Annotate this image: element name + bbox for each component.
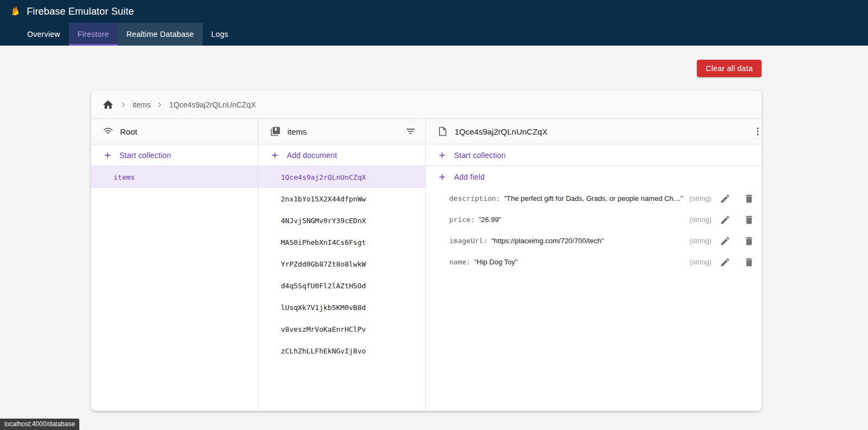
document-list-item[interactable]: 1Qce4s9aj2rQLnUnCZqX <box>259 166 425 188</box>
root-panel-title: Root <box>120 127 137 136</box>
pencil-icon <box>720 257 731 268</box>
edit-field-button[interactable] <box>715 231 735 251</box>
add-field-button[interactable]: Add field <box>426 166 762 188</box>
trash-icon <box>744 193 754 204</box>
document-list-item[interactable]: v8veszMrVoKaEnrHClPv <box>259 318 425 340</box>
add-document-button[interactable]: Add document <box>259 144 425 166</box>
edit-field-button[interactable] <box>715 188 735 209</box>
document-panel: 1Qce4s9aj2rQLnUnCZqX Start collection <box>426 119 762 411</box>
pencil-icon <box>720 236 731 246</box>
collection-panel: items Add document 1Qce4s9aj2rQLnUnCZqX <box>259 119 426 411</box>
firestore-panel-card: items 1Qce4s9aj2rQLnUnCZqX Root <box>91 91 762 411</box>
browser-status-bar: localhost:4000/database <box>0 419 79 430</box>
collection-panel-header: items <box>259 119 425 144</box>
root-panel: Root Start collection items <box>91 119 259 411</box>
clear-all-data-button[interactable]: Clear all data <box>697 60 762 77</box>
kebab-menu-icon <box>752 126 762 137</box>
document-list-item[interactable]: 2nx1bYo15X2X44dfpnWw <box>259 188 425 210</box>
field-key: imageUrl <box>449 237 487 245</box>
page-toolbar: Clear all data <box>91 60 762 77</box>
field-row: name "Hip Dog Toy" (string) <box>426 251 762 273</box>
tab-firestore[interactable]: Firestore <box>69 23 118 46</box>
pencil-icon <box>720 214 731 225</box>
plus-icon <box>103 150 112 160</box>
field-value: "Hip Dog Toy" <box>474 258 518 266</box>
tab-realtime-database[interactable]: Realtime Database <box>118 23 203 46</box>
edit-field-button[interactable] <box>715 252 735 273</box>
trash-icon <box>744 236 754 246</box>
document-list-item[interactable]: lUsqXk7V1jkb5KM0vB8d <box>259 296 425 318</box>
document-list-item[interactable]: MAS0iPhebXnI4Cs6Fsgt <box>259 231 425 253</box>
document-menu-button[interactable] <box>747 121 762 142</box>
breadcrumb: items 1Qce4s9aj2rQLnUnCZqX <box>91 91 762 119</box>
start-collection-button[interactable]: Start collection <box>91 144 258 166</box>
root-icon <box>103 126 114 137</box>
document-list-item[interactable]: 4NJvj5NGMv0rY39cEDnX <box>259 210 425 231</box>
field-value: "https://placeimg.com/720/700/tech" <box>491 237 603 245</box>
plus-icon <box>270 150 280 160</box>
tab-overview[interactable]: Overview <box>18 23 69 46</box>
filter-icon <box>405 126 416 137</box>
start-collection-label: Start collection <box>119 151 171 160</box>
breadcrumb-collection[interactable]: items <box>133 100 150 109</box>
firestore-columns: Root Start collection items ite <box>91 119 762 411</box>
field-type: (string) <box>683 258 711 266</box>
field-actions <box>715 231 759 251</box>
delete-field-button[interactable] <box>739 231 759 251</box>
field-actions <box>715 252 759 273</box>
header-brand: Firebase Emulator Suite <box>0 0 868 23</box>
document-list-item[interactable]: YrPZdd0Gb87Zt8o8lwkW <box>259 253 425 275</box>
edit-field-button[interactable] <box>715 210 735 230</box>
add-field-label: Add field <box>454 173 485 181</box>
home-button[interactable] <box>102 99 114 111</box>
root-panel-header: Root <box>91 119 258 144</box>
field-value: "The perfect gift for Dads, Grads, or pe… <box>504 194 683 203</box>
breadcrumb-document: 1Qce4s9aj2rQLnUnCZqX <box>169 100 256 109</box>
document-panel-header: 1Qce4s9aj2rQLnUnCZqX <box>426 119 762 144</box>
tab-bar: Overview Firestore Realtime Database Log… <box>0 23 868 46</box>
filter-documents-button[interactable] <box>400 121 421 142</box>
field-row: imageUrl "https://placeimg.com/720/700/t… <box>426 230 762 251</box>
trash-icon <box>744 257 754 268</box>
firestore-page: Clear all data items 1Qce4s9aj2rQLnUnCZq… <box>91 46 762 411</box>
document-list-item[interactable]: d4q5SqfU0Fl2lAZtHSOd <box>259 275 425 296</box>
field-key: description <box>449 194 500 203</box>
home-icon <box>102 99 114 111</box>
field-type: (string) <box>683 194 711 203</box>
firebase-logo-icon <box>10 5 22 17</box>
document-list-item[interactable]: zCLhZhLLFhEkNGvIj8vo <box>259 340 425 362</box>
collection-list-item[interactable]: items <box>91 166 258 188</box>
collection-icon <box>270 126 281 137</box>
delete-field-button[interactable] <box>739 210 759 230</box>
delete-field-button[interactable] <box>739 252 759 273</box>
document-icon <box>437 126 448 137</box>
chevron-right-icon <box>155 100 165 110</box>
app-header: Firebase Emulator Suite Overview Firesto… <box>0 0 868 46</box>
start-collection-label: Start collection <box>454 151 506 160</box>
app-title: Firebase Emulator Suite <box>27 6 134 17</box>
pencil-icon <box>720 193 731 204</box>
field-actions <box>715 188 759 209</box>
field-key: name <box>449 258 470 266</box>
plus-icon <box>437 172 447 182</box>
field-key: price <box>449 216 475 224</box>
tab-logs[interactable]: Logs <box>203 23 237 46</box>
document-panel-title: 1Qce4s9aj2rQLnUnCZqX <box>455 127 548 136</box>
trash-icon <box>744 214 754 225</box>
field-type: (string) <box>683 237 711 245</box>
delete-field-button[interactable] <box>739 188 759 209</box>
chevron-right-icon <box>118 100 128 110</box>
field-row: description "The perfect gift for Dads, … <box>426 188 762 209</box>
plus-icon <box>437 150 447 160</box>
field-type: (string) <box>683 216 711 224</box>
add-document-label: Add document <box>287 151 337 160</box>
start-collection-button[interactable]: Start collection <box>426 144 762 166</box>
field-row: price "26.99" (string) <box>426 209 762 230</box>
field-actions <box>715 210 759 230</box>
field-value: "26.99" <box>479 216 501 224</box>
collection-panel-title: items <box>287 127 307 136</box>
